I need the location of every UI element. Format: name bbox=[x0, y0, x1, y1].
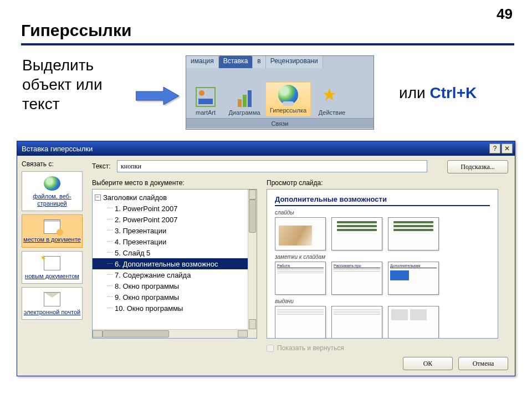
cancel-button[interactable]: Отмена bbox=[458, 357, 508, 370]
slide-thumb bbox=[331, 217, 382, 250]
insert-hyperlink-dialog: Вставка гиперссылки ? ✕ Связать с: файло… bbox=[17, 141, 515, 376]
slide-thumb bbox=[388, 217, 439, 250]
collapse-icon[interactable]: − bbox=[95, 195, 101, 201]
ribbon-group-label: Связи bbox=[186, 118, 374, 128]
tree-root[interactable]: − Заголовки слайдов bbox=[93, 192, 248, 203]
text-label: Текст: bbox=[92, 162, 111, 170]
tree-item[interactable]: ⋯4. Презентации bbox=[93, 236, 248, 247]
ribbon-smartart-button[interactable]: martArt bbox=[186, 85, 225, 118]
ribbon-label: martArt bbox=[196, 109, 216, 116]
preview-section: слайды bbox=[275, 209, 490, 216]
tree-item[interactable]: ⋯10. Окно программы bbox=[93, 303, 248, 314]
link-with-label: Связать с: bbox=[22, 160, 83, 168]
ribbon-tab[interactable]: Рецензировани bbox=[266, 56, 323, 68]
ribbon-hyperlink-button[interactable]: Гиперссылка bbox=[265, 82, 311, 116]
smartart-icon bbox=[196, 87, 216, 107]
page-number: 49 bbox=[497, 6, 513, 23]
place-new-document[interactable]: новым документом bbox=[22, 251, 83, 284]
vertical-scrollbar[interactable] bbox=[248, 190, 257, 329]
instruction-text: Выделить объект или текст bbox=[22, 55, 103, 114]
shortcut-key: Ctrl+K bbox=[429, 84, 477, 101]
star-icon bbox=[322, 87, 342, 107]
display-text-input[interactable] bbox=[117, 160, 427, 172]
preview-label: Просмотр слайда: bbox=[267, 179, 323, 187]
ribbon-label: Действие bbox=[319, 109, 345, 116]
document-target-icon bbox=[44, 219, 60, 234]
ok-button[interactable]: ОК bbox=[403, 357, 453, 370]
new-document-icon bbox=[44, 256, 60, 270]
tree-item[interactable]: ⋯5. Слайд 5 bbox=[93, 247, 248, 258]
tree-item[interactable]: ⋯9. Окно программы bbox=[93, 291, 248, 303]
slide-preview: Дополнительные возможности слайды заметк… bbox=[267, 189, 498, 339]
tree-item[interactable]: ⋯3. Презентации bbox=[93, 225, 248, 236]
preview-slide-title: Дополнительные возможности bbox=[275, 195, 490, 206]
place-email[interactable]: электронной почтой bbox=[22, 287, 83, 320]
chart-icon bbox=[234, 87, 254, 107]
globe-icon bbox=[44, 176, 60, 191]
ribbon-label: Гиперссылка bbox=[270, 107, 306, 114]
tree-item[interactable]: ⋯1. PowerPoint 2007 bbox=[93, 203, 248, 214]
slide-thumb: Дополнительная bbox=[388, 262, 439, 295]
svg-marker-0 bbox=[136, 87, 179, 105]
shortcut-text: или Ctrl+K bbox=[399, 84, 477, 102]
tree-item[interactable]: ⋯2. PowerPoint 2007 bbox=[93, 214, 248, 225]
tree-item-selected[interactable]: ⋯6. Дополнительные возможнос bbox=[93, 258, 248, 269]
scrollbar-corner bbox=[248, 329, 257, 338]
ribbon-label: Диаграмма bbox=[228, 109, 260, 116]
slide-thumb bbox=[331, 306, 382, 339]
dialog-titlebar: Вставка гиперссылки ? ✕ bbox=[17, 141, 515, 156]
checkbox-input bbox=[267, 345, 274, 352]
ribbon-tab[interactable]: имация bbox=[186, 56, 219, 68]
globe-icon bbox=[278, 85, 298, 105]
tree-item[interactable]: ⋯7. Содержание слайда bbox=[93, 269, 248, 280]
close-button[interactable]: ✕ bbox=[502, 144, 513, 154]
document-tree[interactable]: − Заголовки слайдов ⋯1. PowerPoint 2007 … bbox=[92, 189, 257, 339]
ribbon-chart-button[interactable]: Диаграмма bbox=[225, 85, 264, 118]
arrow-right-icon bbox=[136, 86, 180, 108]
title-rule bbox=[21, 43, 514, 45]
help-button[interactable]: ? bbox=[489, 144, 500, 154]
preview-section: заметки к слайдам bbox=[275, 254, 490, 260]
show-and-return-checkbox: Показать и вернуться bbox=[267, 344, 344, 352]
page-title: Гиперссылки bbox=[21, 21, 131, 40]
slide-thumb: Рассказать про bbox=[331, 262, 382, 295]
slide-thumb: Работа bbox=[275, 262, 326, 295]
horizontal-scrollbar[interactable] bbox=[93, 329, 248, 338]
place-file-web[interactable]: файлом, веб-страницей bbox=[22, 171, 83, 211]
slide-thumb bbox=[275, 306, 326, 339]
select-place-label: Выберите место в документе: bbox=[92, 179, 185, 187]
tree-item[interactable]: ⋯8. Окно программы bbox=[93, 280, 248, 291]
dialog-title-text: Вставка гиперссылки bbox=[22, 145, 93, 153]
mail-icon bbox=[44, 292, 60, 306]
ribbon-tab-insert[interactable]: Вставка bbox=[219, 56, 253, 68]
ribbon-action-button[interactable]: Действие bbox=[313, 85, 351, 118]
screentip-button[interactable]: Подсказка... bbox=[447, 160, 508, 173]
ribbon-screenshot: имация Вставка в Рецензировани martArt Д… bbox=[186, 55, 374, 130]
slide-thumb bbox=[388, 306, 439, 339]
preview-section: выдачи bbox=[275, 298, 490, 304]
slide-thumb bbox=[275, 217, 326, 250]
place-in-document[interactable]: местом в документе bbox=[22, 214, 83, 247]
ribbon-tab[interactable]: в bbox=[253, 56, 265, 68]
